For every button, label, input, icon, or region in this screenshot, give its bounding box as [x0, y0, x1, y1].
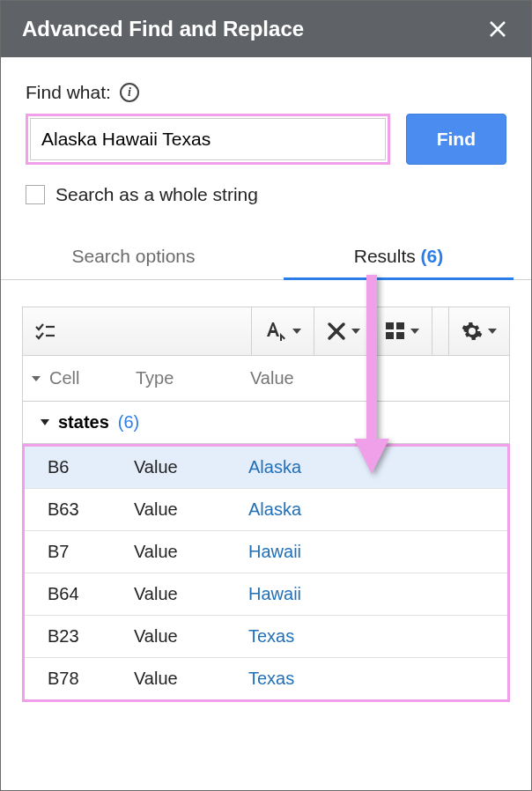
whole-string-label: Search as a whole string — [55, 184, 258, 205]
checklist-icon — [35, 322, 56, 340]
header-cell[interactable]: Cell — [49, 368, 136, 388]
text-format-icon — [264, 321, 287, 342]
whole-string-checkbox[interactable] — [26, 185, 45, 204]
caret-down-icon — [292, 329, 301, 334]
group-count: (6) — [118, 412, 139, 432]
find-label: Find what: — [26, 82, 111, 103]
select-all-button[interactable] — [23, 307, 69, 355]
find-row: Find — [26, 114, 506, 165]
tab-results-count: (6) — [421, 246, 444, 266]
group-collapse-icon — [41, 419, 49, 425]
table-row[interactable]: B78 Value Texas — [25, 658, 507, 699]
caret-down-icon — [410, 329, 419, 334]
cell-type: Value — [134, 584, 248, 604]
window-title: Advanced Find and Replace — [22, 17, 304, 41]
svg-rect-9 — [396, 322, 404, 329]
cell-value: Alaska — [248, 499, 493, 520]
cell-ref: B6 — [48, 457, 134, 477]
svg-rect-8 — [386, 322, 394, 329]
cell-type: Value — [134, 499, 248, 520]
cell-ref: B7 — [48, 542, 134, 562]
results-toolbar — [22, 307, 510, 356]
close-icon — [488, 19, 507, 39]
format-button[interactable] — [252, 307, 314, 355]
table-row[interactable]: B6 Value Alaska — [25, 447, 507, 489]
settings-button[interactable] — [449, 307, 509, 355]
header-type[interactable]: Type — [136, 368, 250, 388]
cell-type: Value — [134, 457, 248, 477]
cell-type: Value — [134, 626, 248, 647]
results-rows-highlight: B6 Value Alaska B63 Value Alaska B7 Valu… — [22, 444, 510, 702]
cell-ref: B64 — [48, 584, 134, 604]
delete-icon — [327, 322, 346, 341]
svg-rect-10 — [386, 332, 394, 339]
info-icon[interactable]: i — [120, 83, 139, 102]
tab-search-options-label: Search options — [71, 246, 195, 266]
svg-rect-11 — [396, 332, 404, 339]
sort-caret-icon[interactable] — [32, 376, 41, 381]
cell-type: Value — [134, 542, 248, 562]
toolbar-sep — [432, 307, 432, 355]
caret-down-icon — [351, 329, 360, 334]
table-row[interactable]: B64 Value Hawaii — [25, 573, 507, 616]
dialog-body: Find what: i Find Search as a whole stri… — [1, 57, 531, 790]
header-value[interactable]: Value — [250, 368, 495, 388]
cell-type: Value — [134, 669, 248, 689]
table-row[interactable]: B23 Value Texas — [25, 616, 507, 658]
find-label-row: Find what: i — [26, 82, 506, 103]
delete-button[interactable] — [314, 307, 373, 355]
cell-value: Alaska — [248, 457, 493, 477]
group-row[interactable]: states (6) — [22, 401, 510, 444]
cell-ref: B63 — [48, 499, 134, 520]
find-button[interactable]: Find — [406, 114, 506, 165]
find-input-highlight — [26, 114, 390, 165]
cell-ref: B23 — [48, 626, 134, 647]
cell-value: Texas — [248, 669, 493, 689]
results-headers: Cell Type Value — [22, 356, 510, 401]
cell-value: Hawaii — [248, 542, 493, 562]
find-input[interactable] — [30, 118, 386, 160]
titlebar: Advanced Find and Replace — [1, 1, 531, 57]
cell-value: Texas — [248, 626, 493, 647]
group-name: states — [58, 412, 109, 432]
tab-search-options[interactable]: Search options — [1, 235, 266, 279]
whole-string-row: Search as a whole string — [26, 184, 506, 205]
close-button[interactable] — [485, 17, 510, 41]
cell-value: Hawaii — [248, 584, 493, 604]
tab-results-label: Results — [354, 246, 416, 266]
table-row[interactable]: B63 Value Alaska — [25, 489, 507, 531]
tabs: Search options Results (6) — [1, 235, 531, 280]
tab-results[interactable]: Results (6) — [266, 235, 531, 279]
layout-button[interactable] — [373, 307, 432, 355]
find-replace-window: Advanced Find and Replace Find what: i F… — [0, 0, 532, 791]
grid-icon — [386, 322, 405, 340]
gear-icon — [462, 321, 483, 342]
results-area: Cell Type Value states (6) B6 Value Alas… — [22, 280, 510, 702]
cell-ref: B78 — [48, 669, 134, 689]
table-row[interactable]: B7 Value Hawaii — [25, 531, 507, 573]
caret-down-icon — [488, 329, 497, 334]
